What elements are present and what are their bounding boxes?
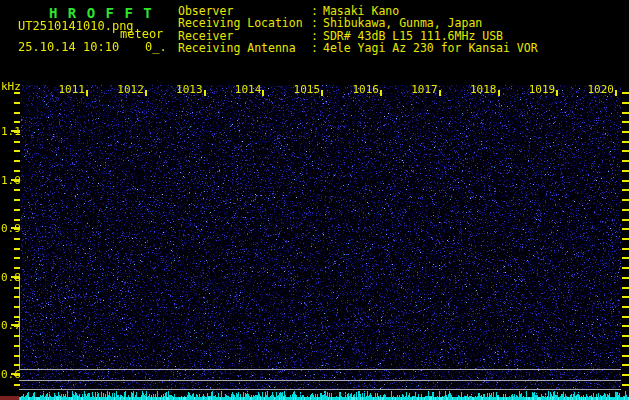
right-axis-tick: [622, 296, 629, 298]
level-indicator-block: [0, 396, 19, 400]
right-axis-tick: [622, 306, 629, 308]
right-axis-tick: [622, 364, 629, 366]
right-axis-tick: [622, 325, 629, 327]
info-value: 4ele Yagi Az 230 for Kansai VOR: [323, 42, 538, 54]
right-axis-tick: [622, 92, 629, 94]
x-axis-time-tick: [615, 90, 617, 96]
info-label: Receiving Location: [178, 17, 311, 29]
y-axis-minor-tick: [14, 355, 20, 357]
info-colon: :: [311, 17, 323, 29]
y-axis-minor-tick: [14, 267, 20, 269]
x-axis-time-label: 1014: [230, 83, 261, 96]
observation-datetime: 25.10.14 10:10: [18, 40, 119, 54]
x-axis-time-label: 1012: [113, 83, 144, 96]
station-info-row: Receiving Location:Shibukawa, Gunma, Jap…: [178, 17, 538, 29]
right-axis-tick: [622, 345, 629, 347]
x-axis-time-tick: [145, 90, 147, 96]
x-axis-time-label: 1020: [583, 83, 614, 96]
spectrogram-noise-area: [21, 85, 621, 390]
right-axis-tick: [622, 248, 629, 250]
info-value: Shibukawa, Gunma, Japan: [323, 17, 482, 29]
y-axis-minor-tick: [14, 189, 20, 191]
x-axis-time-label: 1019: [524, 83, 555, 96]
x-axis-time-tick: [498, 90, 500, 96]
y-axis-minor-tick: [14, 180, 20, 182]
right-axis-tick: [622, 180, 629, 182]
y-axis-minor-tick: [14, 257, 20, 259]
y-axis-minor-tick: [14, 121, 20, 123]
output-filename: UT2510141010.png: [18, 19, 134, 33]
y-axis-minor-tick: [14, 335, 20, 337]
x-axis-time-label: 1011: [54, 83, 85, 96]
right-axis-tick: [622, 335, 629, 337]
y-axis-minor-tick: [14, 160, 20, 162]
x-axis-time-label: 1017: [407, 83, 438, 96]
y-axis-minor-tick: [14, 374, 20, 376]
y-axis-minor-tick: [14, 170, 20, 172]
reference-line-bottom: [19, 389, 621, 390]
y-axis-minor-tick: [14, 248, 20, 250]
y-axis-minor-tick: [14, 112, 20, 114]
right-axis-tick: [622, 209, 629, 211]
meteor-mode-label: meteor: [120, 27, 163, 41]
right-axis-tick: [622, 150, 629, 152]
y-axis-minor-tick: [14, 325, 20, 327]
y-axis-minor-tick: [14, 102, 20, 104]
right-axis-tick: [622, 257, 629, 259]
right-axis-tick: [622, 238, 629, 240]
right-axis-tick: [622, 228, 629, 230]
y-axis-minor-tick: [14, 219, 20, 221]
y-axis-minor-tick: [14, 141, 20, 143]
right-axis-tick: [622, 219, 629, 221]
right-axis-tick: [622, 121, 629, 123]
x-axis-time-tick: [321, 90, 323, 96]
station-info-row: Receiving Antenna:4ele Yagi Az 230 for K…: [178, 42, 538, 54]
y-axis-minor-tick: [14, 277, 20, 279]
y-axis-minor-tick: [14, 199, 20, 201]
x-axis-time-tick: [380, 90, 382, 96]
x-axis-time-label: 1013: [172, 83, 203, 96]
x-axis-time-label: 1018: [466, 83, 497, 96]
right-axis-tick: [622, 277, 629, 279]
right-axis-tick: [622, 267, 629, 269]
x-axis-time-tick: [204, 90, 206, 96]
right-axis-tick: [622, 316, 629, 318]
y-axis-minor-tick: [14, 287, 20, 289]
y-axis-unit-label: kHz: [1, 80, 21, 93]
y-axis-minor-tick: [14, 345, 20, 347]
right-axis-tick: [622, 384, 629, 386]
right-axis-tick: [622, 141, 629, 143]
info-label: Receiving Antenna: [178, 42, 311, 54]
right-axis-tick: [622, 189, 629, 191]
x-axis-time-label: 1015: [289, 83, 320, 96]
x-axis-time-tick: [86, 90, 88, 96]
info-colon: :: [311, 42, 323, 54]
x-axis-time-label: 1016: [348, 83, 379, 96]
y-axis-minor-tick: [14, 209, 20, 211]
right-axis-tick: [622, 170, 629, 172]
y-axis-minor-tick: [14, 238, 20, 240]
station-info-block: Observer:Masaki KanoReceiving Location:S…: [178, 5, 538, 55]
right-axis-tick: [622, 355, 629, 357]
right-axis-tick: [622, 160, 629, 162]
y-axis-minor-tick: [14, 364, 20, 366]
y-axis-minor-tick: [14, 296, 20, 298]
reference-line-middle: [19, 380, 621, 381]
y-axis-minor-tick: [14, 316, 20, 318]
right-axis-tick: [622, 102, 629, 104]
right-axis-tick: [622, 112, 629, 114]
right-axis-tick: [622, 199, 629, 201]
right-axis-tick: [622, 287, 629, 289]
hrofft-spectrogram-screenshot: H R O F F T UT2510141010.png meteor 25.1…: [0, 0, 629, 400]
y-axis-minor-tick: [14, 306, 20, 308]
y-axis-minor-tick: [14, 228, 20, 230]
x-axis-time-tick: [556, 90, 558, 96]
y-axis-minor-tick: [14, 384, 20, 386]
x-axis-time-tick: [439, 90, 441, 96]
y-axis-minor-tick: [14, 150, 20, 152]
x-axis-time-tick: [262, 90, 264, 96]
right-axis-tick: [622, 131, 629, 133]
reference-line-top: [19, 369, 621, 370]
echo-counter: 0_.: [145, 40, 167, 54]
y-axis-minor-tick: [14, 131, 20, 133]
